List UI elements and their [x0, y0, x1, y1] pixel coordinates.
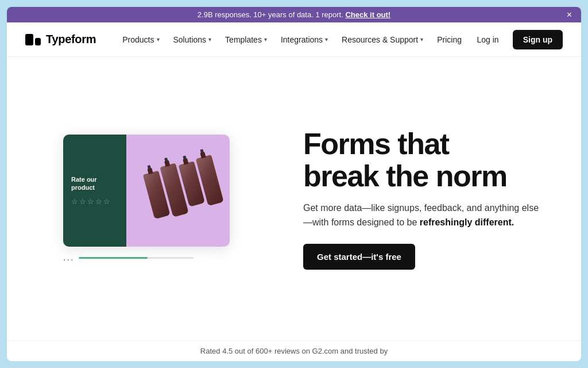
logo-text: Typeform — [46, 33, 96, 46]
nav-item-products[interactable]: Products ▾ — [117, 32, 165, 48]
logo-icon — [25, 34, 41, 45]
form-card-left: Rate our product ☆ ☆ ☆ ☆ ☆ — [63, 135, 126, 247]
nav-integrations-chevron: ▾ — [325, 36, 328, 43]
hero-title-line2: break the norm — [303, 159, 507, 193]
progress-dots: ... — [63, 252, 74, 263]
banner-text: 2.9B responses. 10+ years of data. 1 rep… — [198, 10, 346, 19]
nav-item-pricing[interactable]: Pricing — [431, 32, 467, 48]
form-card-title: Rate our product — [71, 175, 118, 192]
logo-link[interactable]: Typeform — [25, 33, 96, 46]
nav-item-templates[interactable]: Templates ▾ — [219, 32, 273, 48]
navbar: Typeform Products ▾ Solutions ▾ Template… — [7, 22, 581, 57]
nav-templates-label: Templates — [225, 35, 262, 44]
star-5: ☆ — [103, 197, 110, 206]
nav-solutions-label: Solutions — [173, 35, 207, 44]
hero-title: Forms that break the norm — [303, 128, 554, 192]
nav-resources-chevron: ▾ — [420, 36, 423, 43]
logo-icon-big-square — [25, 34, 33, 45]
cta-button[interactable]: Get started—it's free — [303, 244, 415, 270]
nav-solutions-chevron: ▾ — [208, 36, 211, 43]
progress-bar-track — [79, 257, 194, 259]
nav-item-integrations[interactable]: Integrations ▾ — [275, 32, 334, 48]
progress-area: ... — [63, 252, 276, 263]
star-1: ☆ — [71, 197, 78, 206]
nav-item-resources[interactable]: Resources & Support ▾ — [336, 32, 429, 48]
nav-products-label: Products — [122, 35, 154, 44]
nav-links: Products ▾ Solutions ▾ Templates ▾ Integ… — [117, 32, 467, 48]
footer-text: Rated 4.5 out of 600+ reviews on G2.com … — [200, 347, 388, 355]
signup-button[interactable]: Sign up — [513, 30, 563, 49]
nav-item-solutions[interactable]: Solutions ▾ — [168, 32, 218, 48]
hero-text: Forms that break the norm Get more data—… — [303, 128, 554, 270]
login-button[interactable]: Log in — [468, 30, 508, 49]
star-3: ☆ — [87, 197, 94, 206]
nav-integrations-label: Integrations — [281, 35, 323, 44]
star-rating: ☆ ☆ ☆ ☆ ☆ — [71, 197, 110, 206]
form-card-preview: Rate our product ☆ ☆ ☆ ☆ ☆ — [63, 135, 230, 247]
nav-resources-label: Resources & Support — [342, 35, 418, 44]
nav-products-chevron: ▾ — [157, 36, 160, 43]
hero-visual: Rate our product ☆ ☆ ☆ ☆ ☆ — [34, 135, 276, 263]
hero-title-line1: Forms that — [303, 127, 449, 160]
hero-subtitle: Get more data—like signups, feedback, an… — [303, 201, 544, 230]
footer-strip: Rated 4.5 out of 600+ reviews on G2.com … — [7, 340, 581, 361]
logo-icon-small-square — [35, 38, 41, 45]
nav-actions: Log in Sign up — [468, 30, 563, 49]
hero-subtitle-bold: refreshingly different. — [420, 217, 514, 227]
star-4: ☆ — [95, 197, 102, 206]
progress-bar-fill — [79, 257, 148, 259]
outer-wrapper: 2.9B responses. 10+ years of data. 1 rep… — [0, 0, 588, 368]
form-card-right — [126, 135, 230, 247]
product-bottles — [142, 156, 226, 222]
banner-link[interactable]: Check it out! — [345, 10, 390, 19]
star-2: ☆ — [79, 197, 86, 206]
nav-templates-chevron: ▾ — [264, 36, 267, 43]
nav-pricing-label: Pricing — [437, 35, 462, 44]
banner-close-button[interactable]: × — [567, 10, 572, 20]
promo-banner: 2.9B responses. 10+ years of data. 1 rep… — [7, 7, 581, 22]
inner-wrapper: 2.9B responses. 10+ years of data. 1 rep… — [7, 7, 581, 361]
hero-section: Rate our product ☆ ☆ ☆ ☆ ☆ — [7, 57, 581, 340]
